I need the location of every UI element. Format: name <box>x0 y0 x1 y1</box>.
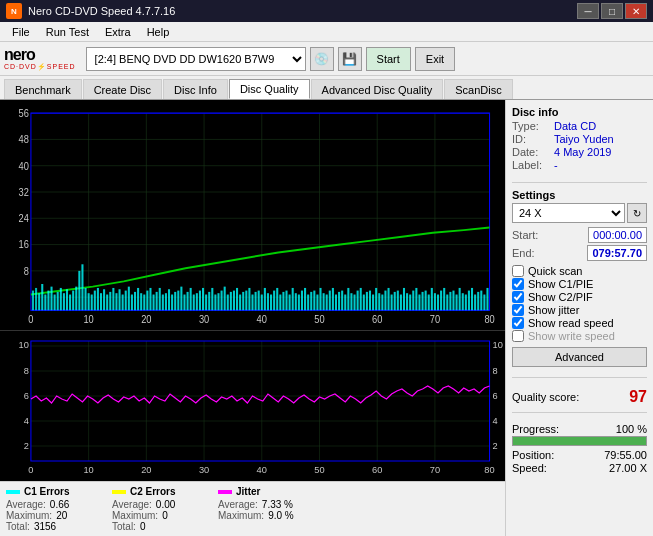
svg-text:48: 48 <box>19 132 29 145</box>
svg-rect-39 <box>51 287 53 311</box>
menu-extra[interactable]: Extra <box>97 24 139 40</box>
svg-rect-166 <box>443 288 445 310</box>
menu-bar: File Run Test Extra Help <box>0 22 653 42</box>
drive-selector[interactable]: [2:4] BENQ DVD DD DW1620 B7W9 <box>86 47 306 71</box>
svg-rect-107 <box>261 295 263 311</box>
c1-label: C1 Errors <box>24 486 70 497</box>
svg-rect-68 <box>140 293 142 310</box>
quick-scan-checkbox[interactable] <box>512 265 524 277</box>
quality-score-value: 97 <box>629 388 647 406</box>
tab-create-disc[interactable]: Create Disc <box>83 79 162 99</box>
svg-rect-90 <box>208 292 210 310</box>
svg-text:20: 20 <box>141 465 151 475</box>
speed-value: 27.00 X <box>609 462 647 474</box>
svg-rect-51 <box>88 293 90 310</box>
show-jitter-checkbox[interactable] <box>512 304 524 316</box>
close-button[interactable]: ✕ <box>625 3 647 19</box>
svg-rect-78 <box>171 295 173 311</box>
svg-rect-96 <box>227 295 229 311</box>
minimize-button[interactable]: ─ <box>577 3 599 19</box>
refresh-button[interactable]: ↻ <box>627 203 647 223</box>
advanced-button[interactable]: Advanced <box>512 347 647 367</box>
svg-rect-113 <box>279 295 281 311</box>
svg-rect-181 <box>0 331 505 481</box>
tab-disc-info[interactable]: Disc Info <box>163 79 228 99</box>
svg-rect-172 <box>462 293 464 310</box>
disc-label-label: Label: <box>512 159 550 171</box>
svg-rect-106 <box>258 291 260 311</box>
svg-rect-141 <box>366 292 368 310</box>
show-read-speed-checkbox[interactable] <box>512 317 524 329</box>
start-button[interactable]: Start <box>366 47 411 71</box>
c2-max-value: 0 <box>162 510 168 521</box>
svg-rect-72 <box>153 295 155 311</box>
tab-scan-disc[interactable]: ScanDisc <box>444 79 512 99</box>
svg-rect-137 <box>354 295 356 311</box>
c1-color-swatch <box>6 490 20 494</box>
svg-text:30: 30 <box>199 465 209 475</box>
c2-color-swatch <box>112 490 126 494</box>
disc-icon-button[interactable]: 💿 <box>310 47 334 71</box>
svg-text:8: 8 <box>24 366 29 376</box>
svg-rect-38 <box>47 291 49 311</box>
svg-rect-63 <box>125 291 127 311</box>
show-write-speed-checkbox[interactable] <box>512 330 524 342</box>
legend-bar: C1 Errors Average: 0.66 Maximum: 20 Tota… <box>0 481 505 536</box>
show-c1-pie-checkbox[interactable] <box>512 278 524 290</box>
save-icon-button[interactable]: 💾 <box>338 47 362 71</box>
svg-rect-71 <box>149 288 151 310</box>
svg-rect-168 <box>449 292 451 310</box>
svg-rect-70 <box>146 291 148 311</box>
menu-run-test[interactable]: Run Test <box>38 24 97 40</box>
svg-rect-33 <box>32 291 34 311</box>
c1-avg-label: Average: <box>6 499 46 510</box>
svg-rect-41 <box>57 292 59 310</box>
c1-max-label: Maximum: <box>6 510 52 521</box>
svg-rect-115 <box>285 291 287 311</box>
svg-rect-44 <box>66 289 68 310</box>
svg-rect-40 <box>54 295 56 311</box>
svg-rect-146 <box>381 295 383 311</box>
svg-text:20: 20 <box>141 312 151 325</box>
svg-rect-160 <box>425 291 427 311</box>
show-jitter-label: Show jitter <box>528 304 579 316</box>
svg-rect-121 <box>304 288 306 310</box>
svg-rect-112 <box>276 288 278 310</box>
svg-rect-60 <box>115 293 117 310</box>
show-write-speed-label: Show write speed <box>528 330 615 342</box>
tab-benchmark[interactable]: Benchmark <box>4 79 82 99</box>
svg-text:6: 6 <box>493 391 498 401</box>
svg-rect-180 <box>486 288 488 310</box>
svg-text:32: 32 <box>19 185 29 198</box>
svg-rect-169 <box>452 291 454 311</box>
menu-help[interactable]: Help <box>139 24 178 40</box>
exit-button[interactable]: Exit <box>415 47 455 71</box>
nero-logo: nero CD·DVD⚡SPEED <box>4 47 76 70</box>
settings-section: Settings 24 X Maximum 4 X 8 X 16 X 32 X … <box>512 189 647 367</box>
svg-rect-48 <box>78 271 80 310</box>
menu-file[interactable]: File <box>4 24 38 40</box>
tab-advanced-disc-quality[interactable]: Advanced Disc Quality <box>311 79 444 99</box>
svg-rect-173 <box>465 295 467 311</box>
type-label: Type: <box>512 120 550 132</box>
speed-selector[interactable]: 24 X Maximum 4 X 8 X 16 X 32 X 40 X 48 X… <box>512 203 625 223</box>
show-c2-pif-checkbox[interactable] <box>512 291 524 303</box>
disc-info-title: Disc info <box>512 106 647 118</box>
svg-rect-152 <box>400 295 402 311</box>
svg-rect-89 <box>205 295 207 311</box>
lower-chart: 10 8 6 4 2 10 8 6 4 2 0 10 20 30 40 50 6… <box>0 331 505 481</box>
svg-rect-126 <box>319 288 321 310</box>
maximize-button[interactable]: □ <box>601 3 623 19</box>
c1-avg-value: 0.66 <box>50 499 69 510</box>
tab-disc-quality[interactable]: Disc Quality <box>229 79 310 99</box>
c2-total-value: 0 <box>140 521 146 532</box>
jitter-avg-label: Average: <box>218 499 258 510</box>
svg-rect-46 <box>72 291 74 311</box>
progress-value: 100 % <box>616 423 647 435</box>
title-bar-text: Nero CD-DVD Speed 4.7.7.16 <box>28 5 175 17</box>
svg-rect-132 <box>338 292 340 310</box>
svg-rect-67 <box>137 288 139 310</box>
svg-rect-174 <box>468 291 470 311</box>
c2-total-label: Total: <box>112 521 136 532</box>
svg-rect-119 <box>298 295 300 311</box>
